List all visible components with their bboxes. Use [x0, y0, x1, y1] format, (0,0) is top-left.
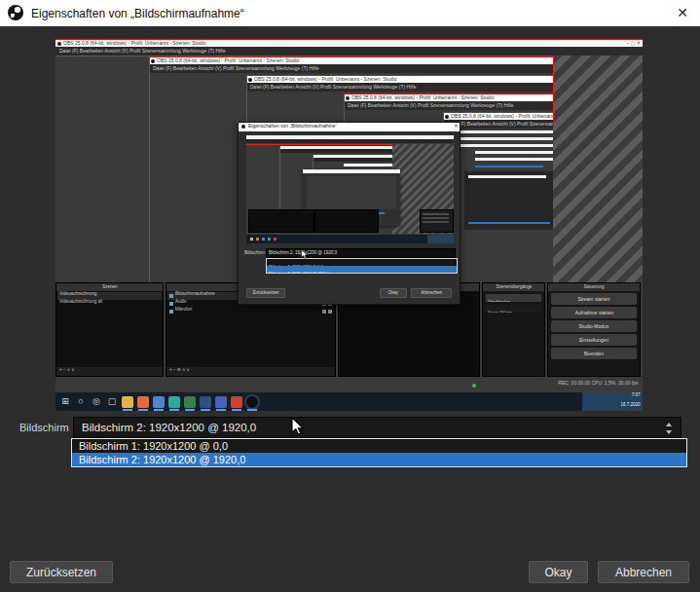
mini-taskbar	[246, 235, 454, 243]
firefox-icon	[137, 396, 149, 408]
nested-display-combo: Bildschirm 2: 1920x1200 @ 1920,0	[266, 248, 456, 258]
combo-chevron-icon	[665, 422, 673, 435]
display-options-list: Bildschirm 1: 1920x1200 @ 0,0Bildschirm …	[71, 438, 687, 467]
visibility-lock-icons	[322, 310, 332, 314]
clock-date: 16.7.2020	[620, 402, 640, 407]
menu-bar-text: Datei (F) Bearbeiten Ansicht (V) Profil …	[59, 49, 226, 54]
combo-current-value: Bildschirm 2: 1920x1200 @ 1920,0	[82, 422, 256, 433]
mini-task-icon	[256, 238, 259, 240]
scenes-dock-toolbar: + − ∧ ∨	[56, 367, 163, 376]
capture-preview: OBS 25.0.8 (64-bit, windows) - Profil: U…	[55, 39, 643, 411]
app-icon-red	[231, 396, 242, 408]
recursion-window-body	[464, 171, 553, 230]
cancel-button[interactable]: Abbrechen	[598, 561, 689, 583]
controls-dock-button: Beenden	[551, 348, 637, 359]
nested-capture-preview	[246, 135, 454, 243]
mini-task-icon	[274, 238, 276, 240]
captured-menu-bar: Datei (F) Bearbeiten Ansicht (V) Profil …	[246, 83, 553, 92]
micro-preview	[307, 176, 396, 209]
app-icon-green	[184, 396, 196, 408]
dialog-title: Eigenschaften von „Bildschirmaufnahme“	[31, 7, 244, 20]
obs-logo-icon	[346, 96, 350, 100]
nested-options-list: Bildschirm 1: 1920x1200 @ 0,0 Bildschirm…	[266, 258, 458, 274]
controls-dock-button: Stream starten	[551, 293, 637, 305]
explorer-icon	[122, 396, 133, 408]
controls-dock-button: Einstellungen	[551, 334, 637, 346]
obs-logo-icon	[248, 78, 252, 82]
close-button[interactable]: ✕	[670, 3, 695, 22]
recursion-stripe	[475, 151, 553, 154]
sources-dock-toolbar: + − ⚙ ∧ ∨	[166, 367, 335, 376]
cortana-icon: ◎	[91, 396, 102, 408]
scene-row: Videoaufzeichnung alt	[57, 300, 162, 308]
capture-border-line	[279, 146, 280, 211]
app-icon-blue	[215, 396, 227, 408]
capture-border-line	[553, 56, 554, 122]
dialog-titlebar: Eigenschaften von „Bildschirmaufnahme“ ✕	[0, 0, 700, 26]
search-icon: ○	[75, 396, 87, 408]
obs-logo-icon	[8, 5, 23, 20]
recursion-stripe	[475, 158, 553, 161]
obs-logo-icon	[57, 42, 61, 46]
captured-menu-bar: Datei (F) Bearbeiten Ansicht (V) Profil …	[344, 101, 553, 110]
app-icon-darkblue	[200, 396, 211, 408]
capture-border-line	[344, 93, 345, 122]
display-option[interactable]: Bildschirm 1: 1920x1200 @ 0,0	[72, 439, 686, 453]
mini-dock	[248, 209, 314, 233]
micro-dialog-titlebar	[303, 169, 400, 173]
transitions-dock: Szenenübergänge Überblenden Dauer 300 ms	[482, 282, 545, 377]
out-of-bounds-hatch	[553, 56, 643, 282]
transition-combo: Überblenden	[486, 294, 541, 302]
mouse-cursor	[291, 417, 304, 435]
nested-ok-button: Okay	[380, 288, 407, 298]
nested-reset-button: Zurücksetzen	[246, 288, 285, 298]
recursion-highlight	[468, 222, 550, 224]
mini-task-icon	[262, 238, 265, 240]
mini-dock-row	[423, 213, 449, 215]
controls-dock-button: Studio-Modus	[551, 320, 637, 332]
controls-dock-button: Aufnahme starten	[551, 307, 637, 318]
controls-dock: Steuerung Stream startenAufnahme starten…	[547, 282, 641, 377]
obs-logo-icon	[151, 59, 155, 63]
nested-mouse-cursor	[301, 249, 308, 259]
taskbar-clock: 7:07 16.7.2020	[582, 392, 643, 411]
clock-time: 7:07	[631, 392, 640, 397]
mini-dock-row	[423, 221, 449, 223]
mini-clock	[427, 235, 454, 243]
mini-task-icon	[250, 238, 253, 240]
nested-cancel-button: Abbrechen	[411, 288, 452, 298]
captured-menu-bar: Datei (F) Bearbeiten Ansicht (V) Profil …	[149, 64, 553, 73]
reset-button[interactable]: Zurücksetzen	[10, 561, 113, 583]
controls-dock-header: Steuerung	[548, 283, 640, 291]
mini-task-icon	[268, 238, 271, 240]
source-type-icon	[169, 302, 173, 306]
task-view-icon: ▢	[106, 396, 118, 408]
recursion-highlight	[475, 166, 543, 167]
capture-border-line	[149, 56, 150, 282]
nested-properties-dialog: Eigenschaften von „Bildschirmaufnahme“ ✕	[238, 122, 461, 305]
capture-border-line	[246, 75, 247, 122]
display-option[interactable]: Bildschirm 2: 1920x1200 @ 1920,0	[72, 453, 686, 466]
nested-close-icon: ✕	[454, 124, 458, 129]
captured-menu-bar: Datei (F) Bearbeiten Ansicht (V) Profil …	[55, 47, 643, 56]
transition-duration: Dauer 300 ms	[486, 305, 541, 313]
obs-logo-icon	[445, 115, 449, 119]
people-icon	[153, 396, 165, 408]
source-type-icon	[169, 294, 173, 298]
obs-logo-icon	[241, 125, 245, 129]
recursion-menubar	[313, 158, 392, 162]
start-icon: ⊞	[59, 396, 71, 408]
nested-dialog-titlebar: Eigenschaften von „Bildschirmaufnahme“ ✕	[239, 123, 460, 131]
display-combo-box[interactable]: Bildschirm 2: 1920x1200 @ 1920,0	[73, 417, 682, 438]
status-dot-icon	[472, 384, 476, 388]
nested-dialog-title: Eigenschaften von „Bildschirmaufnahme“	[248, 124, 337, 129]
source-row: Mikrofon	[167, 308, 334, 315]
recursion-stripe	[344, 164, 392, 166]
obs-status-bar: REC: 00:00:00 CPU: 1,5%, 30.00 fps	[472, 381, 639, 390]
ok-button[interactable]: Okay	[529, 561, 588, 583]
obs-icon	[246, 396, 258, 408]
window-controls-icons: – ▢ ✕	[627, 41, 641, 46]
recursion-stripe	[468, 175, 546, 178]
scenes-dock: Szenen VideoaufzeichnungVideoaufzeichnun…	[55, 282, 164, 377]
app-icon-teal	[168, 396, 180, 408]
